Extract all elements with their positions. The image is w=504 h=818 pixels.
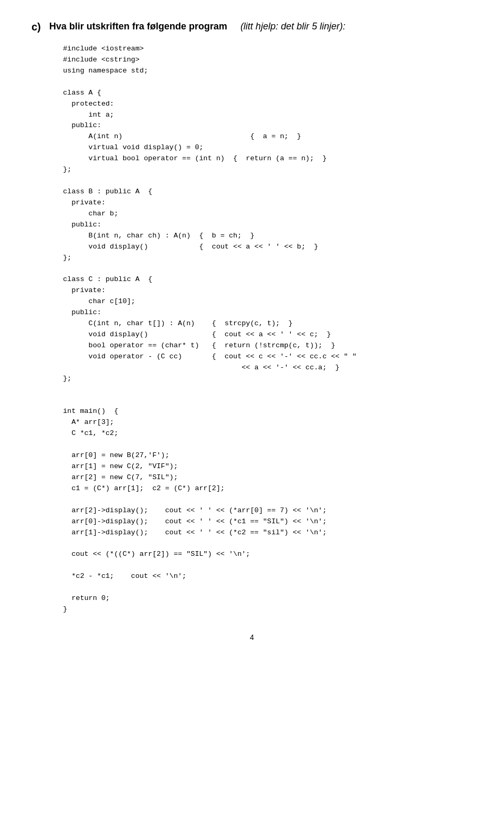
question-title: Hva blir utskriften fra følgende program… bbox=[49, 21, 345, 32]
page-number: 4 bbox=[250, 633, 254, 641]
question-header: c) Hva blir utskriften fra følgende prog… bbox=[32, 21, 472, 33]
question-title-main: Hva blir utskriften fra følgende program bbox=[49, 21, 227, 32]
code-block: #include <iostream> #include <cstring> u… bbox=[63, 44, 472, 615]
question-label: c) bbox=[32, 21, 41, 33]
page: c) Hva blir utskriften fra følgende prog… bbox=[0, 0, 504, 657]
question-hint: (litt hjelp: det blir 5 linjer): bbox=[240, 21, 345, 32]
